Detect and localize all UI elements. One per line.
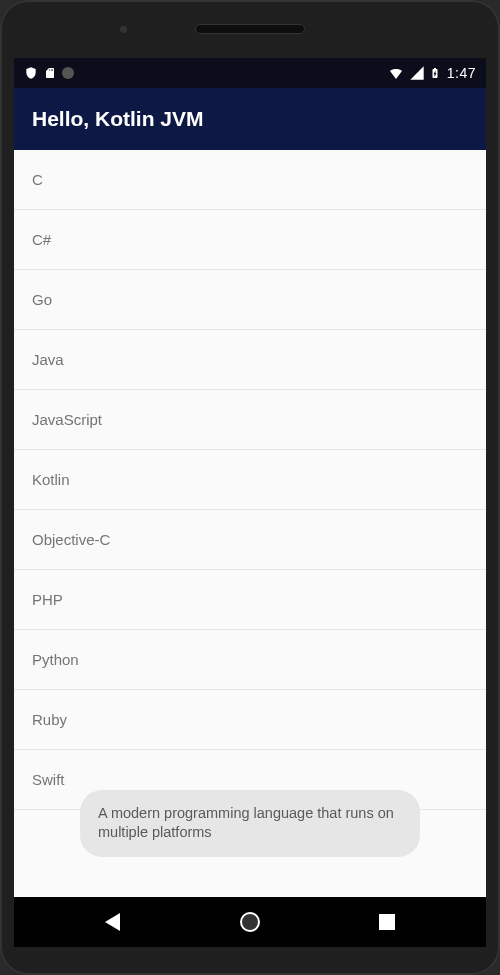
list-item-label: Python <box>32 651 79 668</box>
phone-speaker <box>195 24 305 34</box>
list-item-label: Kotlin <box>32 471 70 488</box>
list-item[interactable]: Objective-C <box>14 510 486 570</box>
list-item[interactable]: C# <box>14 210 486 270</box>
list-item[interactable]: Java <box>14 330 486 390</box>
back-triangle-icon <box>105 913 120 931</box>
language-list[interactable]: C C# Go Java JavaScript Kotlin Objective… <box>14 150 486 810</box>
back-button[interactable] <box>89 898 137 946</box>
list-item-label: Go <box>32 291 52 308</box>
recent-square-icon <box>379 914 395 930</box>
list-item-label: Java <box>32 351 64 368</box>
status-left <box>24 65 74 81</box>
home-button[interactable] <box>226 898 274 946</box>
status-bar: 1:47 <box>14 58 486 88</box>
list-item[interactable]: Go <box>14 270 486 330</box>
list-item[interactable]: Ruby <box>14 690 486 750</box>
home-circle-icon <box>240 912 260 932</box>
list-item[interactable]: JavaScript <box>14 390 486 450</box>
list-item[interactable]: Kotlin <box>14 450 486 510</box>
signal-icon <box>409 65 425 81</box>
list-item-label: JavaScript <box>32 411 102 428</box>
toast: A modern programming language that runs … <box>80 790 420 857</box>
phone-frame: 1:47 Hello, Kotlin JVM C C# Go Java Java… <box>0 0 500 975</box>
status-clock: 1:47 <box>447 65 476 81</box>
app-title: Hello, Kotlin JVM <box>32 107 204 131</box>
list-item[interactable]: Python <box>14 630 486 690</box>
sd-card-icon <box>44 65 56 81</box>
list-item[interactable]: PHP <box>14 570 486 630</box>
loading-dot-icon <box>62 67 74 79</box>
recent-apps-button[interactable] <box>363 898 411 946</box>
phone-camera <box>120 26 127 33</box>
list-item-label: Objective-C <box>32 531 110 548</box>
shield-icon <box>24 65 38 81</box>
list-item-label: C# <box>32 231 51 248</box>
status-right: 1:47 <box>387 64 476 82</box>
screen: 1:47 Hello, Kotlin JVM C C# Go Java Java… <box>14 58 486 947</box>
battery-charging-icon <box>429 64 441 82</box>
app-bar: Hello, Kotlin JVM <box>14 88 486 150</box>
list-item[interactable]: C <box>14 150 486 210</box>
wifi-icon <box>387 65 405 81</box>
list-item-label: Ruby <box>32 711 67 728</box>
list-item-label: PHP <box>32 591 63 608</box>
navigation-bar <box>14 897 486 947</box>
toast-message: A modern programming language that runs … <box>98 805 394 841</box>
list-item-label: C <box>32 171 43 188</box>
list-item-label: Swift <box>32 771 65 788</box>
